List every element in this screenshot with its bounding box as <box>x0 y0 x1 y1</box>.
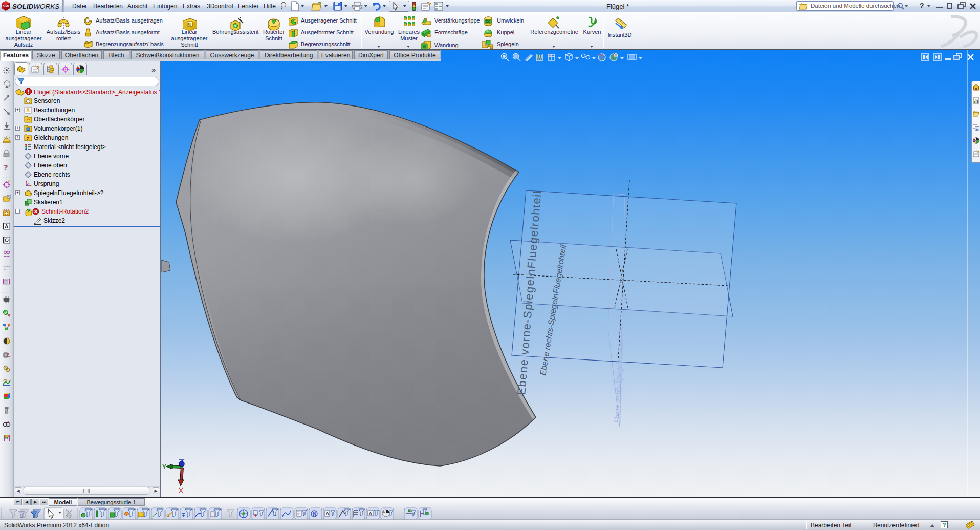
svg-text:Σ: Σ <box>27 136 30 141</box>
svg-text:A: A <box>326 511 330 516</box>
svg-text:A: A <box>5 224 8 229</box>
svg-text:?: ? <box>3 163 7 171</box>
svg-text:+-: +- <box>4 268 7 271</box>
svg-text:A: A <box>369 511 372 516</box>
svg-text:?: ? <box>7 420 9 423</box>
svg-text:A: A <box>26 108 30 113</box>
svg-text:N: N <box>313 511 316 517</box>
svg-text:Y: Y <box>162 463 166 471</box>
svg-text:✕✕✕: ✕✕✕ <box>3 208 10 211</box>
svg-text:SW: SW <box>3 4 10 8</box>
svg-text:GO: GO <box>486 20 491 23</box>
